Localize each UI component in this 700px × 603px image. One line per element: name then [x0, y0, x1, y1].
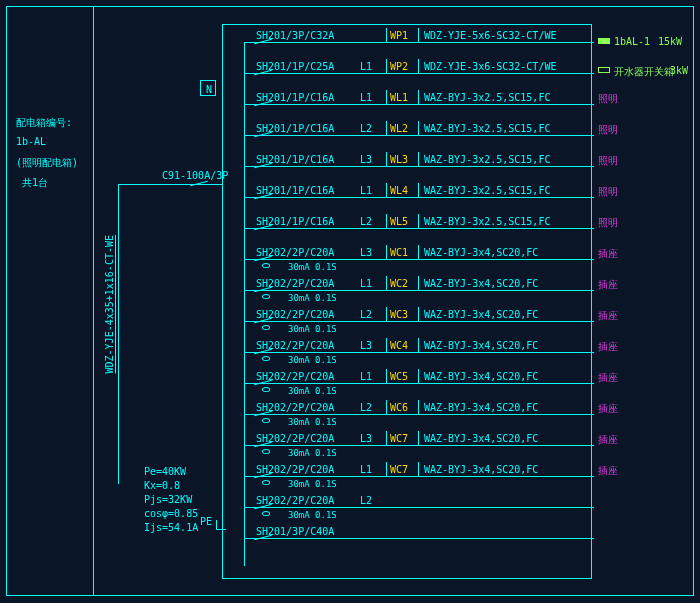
breaker-label: SH202/2P/C20A — [256, 278, 348, 289]
panel-count: 共1台 — [22, 176, 48, 190]
phase-label: L1 — [360, 464, 378, 475]
load-name: 插座 — [598, 247, 648, 261]
phase-label: L2 — [360, 123, 378, 134]
circuit-id: WC7 — [390, 464, 420, 475]
sep-line — [386, 214, 387, 229]
load-name: 照明 — [598, 92, 648, 106]
sep-line — [418, 152, 419, 167]
sep-line — [418, 307, 419, 322]
breaker-label: SH202/2P/C20A — [256, 464, 348, 475]
branch-line — [244, 352, 594, 353]
circuit-row: SH202/2P/C20AL1WC2WAZ-BYJ-3x4,SC20,FC插座3… — [244, 276, 664, 307]
load-box-icon — [598, 67, 610, 73]
out2-power: 3kW — [670, 65, 688, 76]
rccb-icon — [262, 325, 270, 330]
branch-line — [244, 197, 594, 198]
sep-line — [418, 276, 419, 291]
cable-spec: WAZ-BYJ-3x4,SC20,FC — [424, 464, 564, 475]
sep-line — [386, 369, 387, 384]
circuit-id: WL5 — [390, 216, 420, 227]
sep-line — [386, 183, 387, 198]
breaker-label: SH202/2P/C20A — [256, 495, 348, 506]
phase-label: L1 — [360, 92, 378, 103]
breaker-label: SH201/1P/C16A — [256, 185, 348, 196]
circuit-row: SH201/1P/C16AL1WL4WAZ-BYJ-3x2.5,SC15,FC照… — [244, 183, 664, 214]
breaker-label: SH201/1P/C16A — [256, 154, 348, 165]
main-breaker: C91-100A/3P — [162, 170, 228, 181]
branch-line — [244, 414, 594, 415]
phase-label: L2 — [360, 309, 378, 320]
phase-label: L3 — [360, 433, 378, 444]
cable-spec: WAZ-BYJ-3x2.5,SC15,FC — [424, 92, 564, 103]
circuit-id: WC7 — [390, 433, 420, 444]
rccb-icon — [262, 356, 270, 361]
cable-spec: WDZ-YJE-5x6-SC32-CT/WE — [424, 30, 564, 41]
circuit-row: SH201/1P/C16AL2WL2WAZ-BYJ-3x2.5,SC15,FC照… — [244, 121, 664, 152]
sep-line — [386, 28, 387, 43]
sep-line — [418, 59, 419, 74]
breaker-label: SH202/2P/C20A — [256, 340, 348, 351]
sep-line — [386, 245, 387, 260]
panel-label-title: 配电箱编号: — [16, 116, 72, 130]
branch-line — [244, 73, 594, 74]
sep-line — [386, 152, 387, 167]
phase-label: L2 — [360, 495, 378, 506]
sep-line — [418, 462, 419, 477]
load-name: 插座 — [598, 278, 648, 292]
cable-spec: WAZ-BYJ-3x4,SC20,FC — [424, 278, 564, 289]
phase-label: L1 — [360, 185, 378, 196]
rccb-icon — [262, 511, 270, 516]
rccb-icon — [262, 418, 270, 423]
cable-spec: WAZ-BYJ-3x2.5,SC15,FC — [424, 216, 564, 227]
phase-label: L1 — [360, 371, 378, 382]
branch-line — [244, 538, 594, 539]
breaker-label: SH201/3P/C40A — [256, 526, 348, 537]
rccb-icon — [262, 449, 270, 454]
circuit-id: WL4 — [390, 185, 420, 196]
branch-line — [244, 42, 594, 43]
calc-cos: cosφ=0.85 — [144, 508, 198, 519]
rccb-rating: 30mA 0.1S — [272, 479, 337, 489]
calc-ijs: Ijs=54.1A — [144, 522, 198, 533]
circuit-row: SH201/1P/C16AL3WL3WAZ-BYJ-3x2.5,SC15,FC照… — [244, 152, 664, 183]
sep-line — [418, 431, 419, 446]
circuit-id: WC1 — [390, 247, 420, 258]
load-name: 插座 — [598, 340, 648, 354]
rccb-icon — [262, 480, 270, 485]
breaker-label: SH201/1P/C16A — [256, 216, 348, 227]
cable-spec: WAZ-BYJ-3x4,SC20,FC — [424, 340, 564, 351]
sep-line — [386, 276, 387, 291]
load-name: 插座 — [598, 402, 648, 416]
calc-pe: Pe=40KW — [144, 466, 186, 477]
sep-line — [386, 462, 387, 477]
circuit-row: SH202/2P/C20AL1WC7WAZ-BYJ-3x4,SC20,FC插座3… — [244, 462, 664, 493]
cable-spec: WAZ-BYJ-3x4,SC20,FC — [424, 309, 564, 320]
load-name: 插座 — [598, 464, 648, 478]
circuit-row: SH202/2P/C20AL2WC3WAZ-BYJ-3x4,SC20,FC插座3… — [244, 307, 664, 338]
sep-line — [418, 121, 419, 136]
incoming-cable: WDZ-YJE-4x35+1x16-CT-WE — [104, 235, 115, 373]
cable-spec: WAZ-BYJ-3x4,SC20,FC — [424, 371, 564, 382]
circuit-id: WC6 — [390, 402, 420, 413]
rccb-rating: 30mA 0.1S — [272, 324, 337, 334]
sep-line — [418, 400, 419, 415]
rccb-rating: 30mA 0.1S — [272, 386, 337, 396]
sep-line — [418, 28, 419, 43]
sep-line — [386, 307, 387, 322]
circuit-id: WL2 — [390, 123, 420, 134]
left-column-frame — [6, 6, 94, 596]
phase-label: L2 — [360, 402, 378, 413]
calc-pjs: Pjs=32KW — [144, 494, 192, 505]
sep-line — [418, 338, 419, 353]
circuit-id: WC2 — [390, 278, 420, 289]
circuit-id: WL3 — [390, 154, 420, 165]
phase-label: L3 — [360, 247, 378, 258]
branch-line — [244, 383, 594, 384]
phase-label: L3 — [360, 340, 378, 351]
neutral-box — [200, 80, 216, 96]
branch-line — [244, 228, 594, 229]
sep-line — [418, 369, 419, 384]
cable-spec: WAZ-BYJ-3x4,SC20,FC — [424, 247, 564, 258]
incoming-vert — [118, 184, 119, 484]
out1-name: 1bAL-1 — [614, 36, 650, 47]
